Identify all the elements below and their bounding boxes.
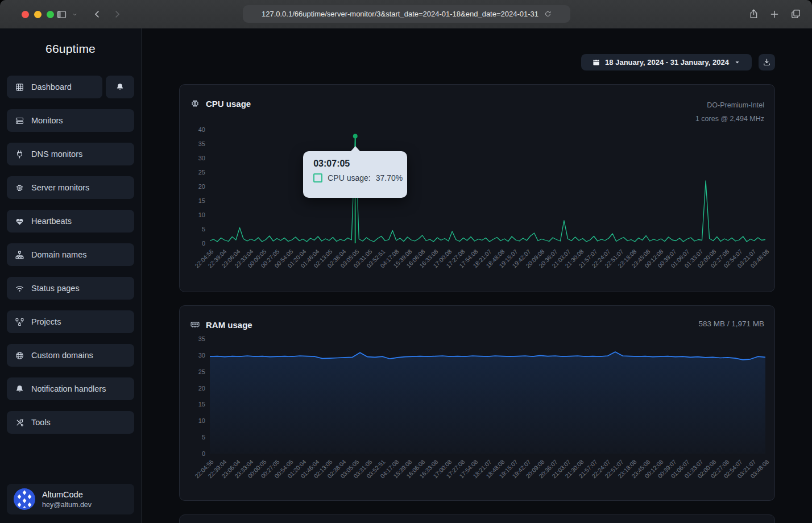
y-axis-tick: 0: [183, 450, 205, 458]
sidebar-item-dashboard[interactable]: Dashboard: [7, 76, 102, 98]
sidebar-item-label: Dashboard: [31, 82, 72, 92]
user-name: AltumCode: [42, 489, 92, 500]
user-email: hey@altum.dev: [42, 500, 92, 509]
user-avatar: [14, 488, 35, 510]
calendar-icon: [592, 58, 600, 67]
tooltip-series-swatch: [313, 173, 322, 182]
sidebar-item-label: DNS monitors: [31, 150, 82, 159]
sidebar-item-label: Projects: [31, 317, 61, 326]
ram-chart-plot[interactable]: [210, 339, 765, 454]
share-icon[interactable]: [748, 9, 759, 19]
browser-chrome: 127.0.0.1/66uptime/server-monitor/3&star…: [0, 0, 812, 29]
plug-icon: [15, 150, 24, 159]
sidebar-item-dns-monitors[interactable]: DNS monitors: [7, 143, 134, 165]
toolbar-chevron-icon[interactable]: [72, 11, 78, 18]
tools-icon: [15, 418, 24, 427]
y-axis-tick: 20: [183, 182, 205, 190]
y-axis-tick: 40: [183, 126, 205, 134]
ram-card-title: RAM usage: [206, 320, 252, 330]
bell-icon: [115, 82, 125, 92]
forward-icon[interactable]: [112, 9, 122, 19]
sidebar-item-status-pages[interactable]: Status pages: [7, 277, 134, 300]
caret-down-icon: [734, 59, 741, 66]
sidebar-item-label: Domain names: [31, 250, 87, 259]
y-axis-tick: 5: [183, 225, 205, 233]
cpu-chip-icon: [190, 98, 200, 109]
new-tab-icon[interactable]: [769, 9, 780, 19]
sidebar-item-domain-names[interactable]: Domain names: [7, 243, 134, 266]
y-axis-tick: 25: [183, 368, 205, 376]
chip-icon: [15, 183, 24, 193]
y-axis-tick: 30: [183, 154, 205, 162]
date-range-picker[interactable]: 18 January, 2024 - 31 January, 2024: [581, 54, 752, 70]
bell-icon: [15, 384, 24, 394]
chart-tooltip: 03:07:05 CPU usage: 37.70%: [303, 151, 407, 198]
app-logo: 66uptime: [0, 42, 141, 56]
cpu-card-meta: DO-Premium-Intel 1 cores @ 2,494 MHz: [695, 98, 764, 126]
y-axis-tick: 10: [183, 417, 205, 425]
tooltip-value: 37.70%: [376, 173, 403, 182]
y-axis-tick: 20: [183, 384, 205, 392]
y-axis-tick: 15: [183, 197, 205, 205]
ram-usage-value: 583 MB / 1,971 MB: [698, 319, 764, 328]
user-card[interactable]: AltumCode hey@altum.dev: [7, 484, 134, 514]
sidebar-item-label: Status pages: [31, 284, 80, 293]
sidebar-item-notification-handlers[interactable]: Notification handlers: [7, 377, 134, 400]
y-axis-tick: 30: [183, 351, 205, 359]
sidebar-item-custom-domains[interactable]: Custom domains: [7, 344, 134, 367]
server-name: DO-Premium-Intel: [695, 98, 764, 112]
zoom-button[interactable]: [47, 11, 54, 18]
sidebar-item-tools[interactable]: Tools: [7, 411, 134, 434]
window-controls: [22, 11, 54, 18]
project-icon: [15, 317, 24, 327]
reload-icon[interactable]: [544, 10, 552, 18]
sidebar-item-label: Custom domains: [31, 351, 93, 360]
cpu-chart-plot[interactable]: [210, 130, 765, 243]
sidebar-nav: DashboardMonitorsDNS monitorsServer moni…: [7, 76, 134, 445]
y-axis-tick: 10: [183, 211, 205, 219]
main-content: 18 January, 2024 - 31 January, 2024 CPU …: [142, 28, 812, 523]
date-range-label: 18 January, 2024 - 31 January, 2024: [605, 58, 729, 67]
server-icon: [15, 116, 24, 126]
sidebar-item-server-monitors[interactable]: Server monitors: [7, 176, 134, 199]
sidebar-toggle-icon[interactable]: [56, 9, 67, 20]
y-axis-tick: 15: [183, 400, 205, 408]
y-axis-tick: 25: [183, 168, 205, 176]
next-card-partial: [179, 514, 775, 523]
close-button[interactable]: [22, 11, 29, 18]
sidebar-item-label: Monitors: [31, 116, 63, 125]
y-axis-tick: 0: [183, 239, 205, 247]
notifications-button[interactable]: [106, 76, 134, 98]
sidebar: 66uptime DashboardMonitorsDNS monitorsSe…: [0, 28, 142, 523]
sitemap-icon: [15, 250, 24, 260]
sidebar-item-projects[interactable]: Projects: [7, 310, 134, 333]
cpu-spec: 1 cores @ 2,494 MHz: [695, 112, 764, 126]
back-icon[interactable]: [92, 9, 102, 19]
sidebar-item-monitors[interactable]: Monitors: [7, 109, 134, 132]
cpu-card-title: CPU usage: [206, 99, 251, 109]
ram-stick-icon: [190, 319, 200, 330]
minimize-button[interactable]: [34, 11, 42, 18]
cpu-usage-card: CPU usage DO-Premium-Intel 1 cores @ 2,4…: [179, 84, 775, 292]
tooltip-time: 03:07:05: [313, 159, 407, 169]
y-axis-tick: 5: [183, 433, 205, 441]
sidebar-item-label: Heartbeats: [31, 217, 72, 226]
globe-icon: [15, 351, 24, 360]
y-axis-tick: 35: [183, 335, 205, 343]
show-tabs-icon[interactable]: [790, 9, 801, 19]
heartbeat-icon: [15, 217, 24, 226]
sidebar-item-label: Server monitors: [31, 183, 89, 192]
chart-marker-dot: [353, 134, 358, 139]
sidebar-item-heartbeats[interactable]: Heartbeats: [7, 210, 134, 233]
export-button[interactable]: [759, 54, 775, 70]
grid-icon: [15, 82, 24, 92]
y-axis-tick: 35: [183, 140, 205, 148]
sidebar-item-label: Notification handlers: [31, 384, 106, 393]
sidebar-item-label: Tools: [31, 418, 51, 427]
browser-window: 127.0.0.1/66uptime/server-monitor/3&star…: [0, 0, 812, 523]
download-icon: [763, 58, 771, 67]
ram-usage-card: RAM usage 583 MB / 1,971 MB 051015202530…: [179, 305, 775, 501]
url-bar[interactable]: 127.0.0.1/66uptime/server-monitor/3&star…: [243, 5, 570, 23]
tooltip-series-label: CPU usage:: [328, 173, 370, 182]
url-text: 127.0.0.1/66uptime/server-monitor/3&star…: [262, 10, 538, 18]
